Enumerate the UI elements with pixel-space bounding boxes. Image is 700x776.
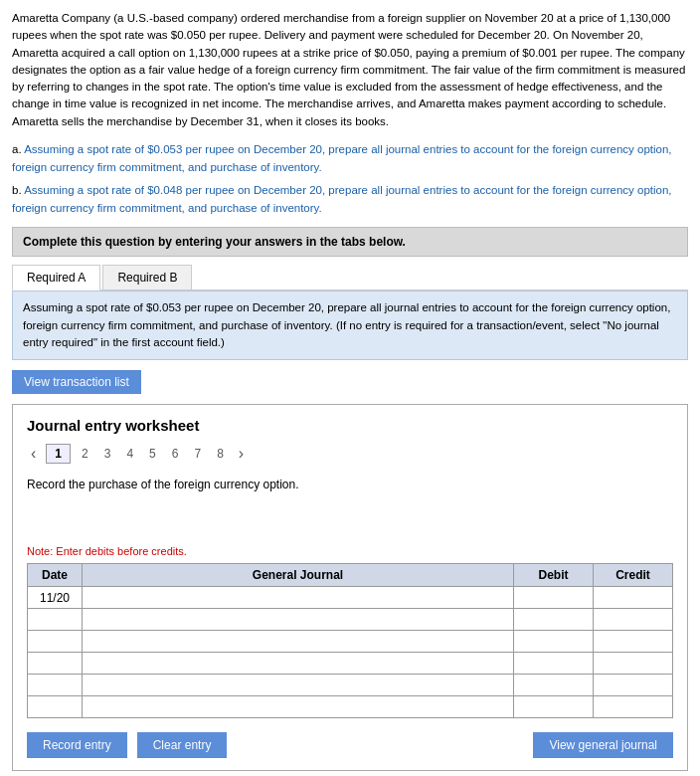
intro-text: Amaretta Company (a U.S.-based company) … (12, 10, 688, 130)
table-row: 11/20 (28, 587, 673, 609)
col-header-credit: Credit (594, 564, 673, 587)
journal-cell-5[interactable] (83, 675, 514, 696)
debit-cell-5[interactable] (514, 675, 594, 696)
debit-cell-6[interactable] (514, 696, 594, 718)
debit-input-4[interactable] (518, 657, 589, 671)
date-cell-5 (28, 675, 83, 696)
debit-cell-2[interactable] (514, 609, 594, 631)
question-a-label: a. (12, 143, 22, 155)
debit-cell-1[interactable] (514, 587, 594, 609)
journal-input-2[interactable] (87, 613, 509, 627)
tab-required-a[interactable]: Required A (12, 265, 100, 291)
credit-cell-3[interactable] (594, 631, 673, 653)
clear-entry-button[interactable]: Clear entry (137, 732, 228, 758)
question-a-text: Assuming a spot rate of $0.053 per rupee… (12, 143, 672, 173)
tab-required-b[interactable]: Required B (102, 265, 192, 290)
journal-cell-6[interactable] (83, 696, 514, 718)
journal-input-4[interactable] (87, 657, 509, 671)
page-5[interactable]: 5 (144, 445, 161, 463)
debit-input-3[interactable] (518, 635, 589, 649)
tabs-row: Required A Required B (12, 265, 688, 291)
page-2[interactable]: 2 (77, 445, 93, 463)
credit-cell-1[interactable] (594, 587, 673, 609)
journal-input-3[interactable] (87, 635, 509, 649)
table-row (28, 696, 673, 718)
credit-input-4[interactable] (598, 657, 668, 671)
debit-input-1[interactable] (518, 591, 589, 605)
worksheet-title: Journal entry worksheet (27, 417, 673, 434)
question-b-text: Assuming a spot rate of $0.048 per rupee… (12, 184, 672, 214)
date-cell-4 (28, 653, 83, 675)
journal-cell-2[interactable] (83, 609, 514, 631)
record-entry-button[interactable]: Record entry (27, 732, 127, 758)
instruction-box: Assuming a spot rate of $0.053 per rupee… (12, 291, 688, 360)
journal-cell-3[interactable] (83, 631, 514, 653)
view-general-journal-button[interactable]: View general journal (533, 732, 673, 758)
page-8[interactable]: 8 (212, 445, 229, 463)
prev-page-button[interactable]: ‹ (27, 445, 40, 463)
page-1[interactable]: 1 (46, 444, 71, 464)
date-cell-2 (28, 609, 83, 631)
credit-input-6[interactable] (598, 700, 668, 714)
page-6[interactable]: 6 (167, 445, 184, 463)
debit-input-2[interactable] (518, 613, 589, 627)
note-text: Note: Enter debits before credits. (27, 545, 673, 557)
question-block: a. Assuming a spot rate of $0.053 per ru… (12, 140, 688, 218)
credit-input-3[interactable] (598, 635, 668, 649)
journal-input-5[interactable] (87, 679, 509, 692)
actions-row: Record entry Clear entry View general jo… (27, 732, 673, 758)
page-7[interactable]: 7 (189, 445, 206, 463)
complete-box: Complete this question by entering your … (12, 227, 688, 257)
view-transaction-list-button[interactable]: View transaction list (12, 370, 141, 394)
credit-cell-4[interactable] (594, 653, 673, 675)
table-row (28, 609, 673, 631)
table-row (28, 653, 673, 675)
page-3[interactable]: 3 (99, 445, 116, 463)
credit-input-2[interactable] (598, 613, 668, 627)
page-4[interactable]: 4 (121, 445, 138, 463)
credit-cell-2[interactable] (594, 609, 673, 631)
journal-input-6[interactable] (87, 700, 509, 714)
col-header-journal: General Journal (83, 564, 514, 587)
date-cell-1: 11/20 (28, 587, 83, 609)
debit-input-5[interactable] (518, 679, 589, 692)
table-row (28, 631, 673, 653)
journal-worksheet: Journal entry worksheet ‹ 1 2 3 4 5 6 7 … (12, 404, 688, 771)
credit-input-1[interactable] (598, 591, 668, 605)
credit-input-5[interactable] (598, 679, 668, 692)
journal-table: Date General Journal Debit Credit 11/20 (27, 563, 673, 718)
next-page-button[interactable]: › (235, 445, 248, 463)
table-row (28, 675, 673, 696)
debit-cell-3[interactable] (514, 631, 594, 653)
debit-cell-4[interactable] (514, 653, 594, 675)
col-header-date: Date (28, 564, 83, 587)
record-instruction: Record the purchase of the foreign curre… (27, 478, 673, 537)
pagination-row: ‹ 1 2 3 4 5 6 7 8 › (27, 444, 673, 464)
credit-cell-5[interactable] (594, 675, 673, 696)
col-header-debit: Debit (514, 564, 594, 587)
question-b-label: b. (12, 184, 22, 196)
date-cell-3 (28, 631, 83, 653)
journal-input-1[interactable] (87, 591, 509, 605)
credit-cell-6[interactable] (594, 696, 673, 718)
journal-cell-4[interactable] (83, 653, 514, 675)
journal-cell-1[interactable] (83, 587, 514, 609)
debit-input-6[interactable] (518, 700, 589, 714)
date-cell-6 (28, 696, 83, 718)
